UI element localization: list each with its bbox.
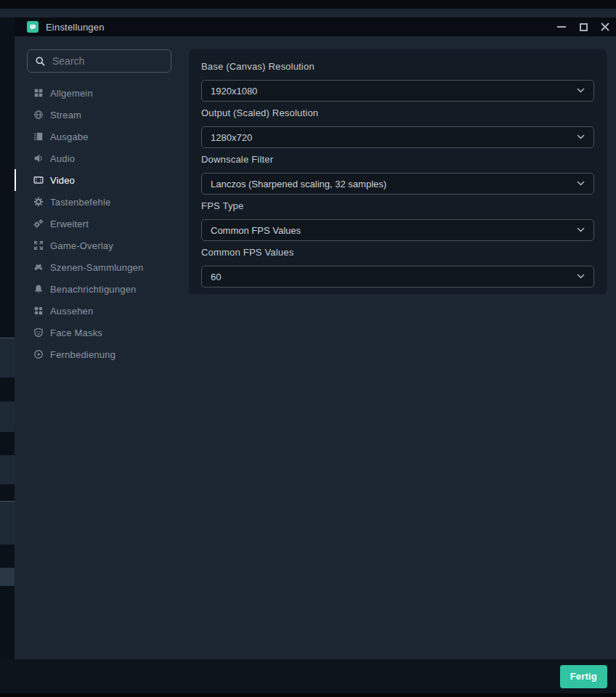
mask-icon (33, 327, 44, 338)
field-output-resolution: Output (Scaled) Resolution 1280x720 (201, 107, 594, 148)
window-controls (551, 17, 616, 36)
sidebar-item-audio[interactable]: Audio (15, 147, 189, 169)
active-item-indicator (15, 169, 16, 191)
select-value: Common FPS Values (211, 225, 577, 236)
film-icon (33, 175, 44, 186)
sidebar-item-face-masks[interactable]: Face Masks (15, 322, 189, 343)
sidebar-item-label: Face Masks (50, 327, 102, 338)
background-list-block (0, 455, 15, 484)
sidebar-item-fernbedienung[interactable]: Fernbedienung (15, 343, 189, 365)
maximize-icon (580, 23, 588, 31)
fps-type-select[interactable]: Common FPS Values (201, 219, 594, 241)
sidebar-item-label: Aussehen (50, 306, 93, 317)
sidebar-item-label: Ausgabe (50, 131, 89, 142)
video-settings-panel: Base (Canvas) Resolution 1920x1080 Outpu… (189, 49, 607, 294)
field-fps-type: FPS Type Common FPS Values (201, 200, 594, 241)
sidebar-item-video[interactable]: Video (15, 169, 189, 191)
speaker-icon (33, 153, 44, 164)
settings-body: Allgemein Stream (15, 36, 616, 659)
background-window-bottom-strip (0, 693, 616, 697)
sidebar-item-stream[interactable]: Stream (15, 104, 189, 126)
sidebar-item-label: Erweitert (50, 219, 89, 229)
sidebar-item-label: Audio (50, 153, 75, 164)
select-value: 1280x720 (211, 132, 577, 143)
remote-play-icon (33, 349, 44, 360)
sidebar-item-aussehen[interactable]: Aussehen (15, 300, 189, 322)
chevron-down-icon (577, 134, 585, 140)
field-base-resolution: Base (Canvas) Resolution 1920x1080 (201, 61, 594, 102)
titlebar: Einstellungen (15, 17, 616, 36)
sidebar: Allgemein Stream (15, 36, 189, 659)
select-value: 60 (211, 272, 577, 282)
appearance-icon (33, 306, 44, 317)
settings-window: Einstellungen (15, 17, 616, 693)
chevron-down-icon (577, 88, 585, 94)
sidebar-item-label: Szenen-Sammlungen (50, 262, 143, 273)
field-common-fps-values: Common FPS Values 60 (201, 247, 594, 288)
minimize-icon (557, 26, 566, 28)
close-button[interactable] (594, 17, 616, 36)
streamlabs-logo-icon (27, 21, 38, 33)
sidebar-item-game-overlay[interactable]: Game-Overlay (15, 235, 189, 256)
minimize-button[interactable] (551, 17, 572, 36)
sidebar-item-benachrichtigungen[interactable]: Benachrichtigungen (15, 278, 189, 300)
background-window-top-strip (0, 0, 616, 9)
search-box (27, 49, 171, 73)
gear-icon (33, 197, 44, 208)
search-input[interactable] (52, 55, 163, 67)
chevron-down-icon (577, 274, 585, 280)
expand-icon (33, 240, 44, 251)
sidebar-item-label: Tastenbefehle (50, 197, 111, 208)
field-downscale-filter: Downscale Filter Lanczos (Sharpened scal… (201, 154, 594, 195)
sidebar-item-erweitert[interactable]: Erweitert (15, 213, 189, 235)
sidebar-item-ausgabe[interactable]: Ausgabe (15, 126, 189, 147)
sidebar-item-label: Allgemein (50, 88, 93, 99)
bell-icon (33, 284, 44, 295)
base-resolution-select[interactable]: 1920x1080 (201, 80, 594, 102)
downscale-filter-select[interactable]: Lanczos (Sharpened scaling, 32 samples) (201, 173, 594, 195)
sidebar-item-label: Stream (50, 110, 81, 121)
select-value: Lanczos (Sharpened scaling, 32 samples) (211, 179, 577, 189)
field-label: Downscale Filter (201, 154, 594, 166)
search-icon (35, 56, 46, 67)
background-window-left-edge (0, 17, 15, 659)
footer-bar: Fertig (0, 659, 616, 693)
background-list-block (0, 402, 15, 432)
maximize-button[interactable] (572, 17, 594, 36)
field-label: Base (Canvas) Resolution (201, 61, 594, 73)
sidebar-item-label: Fernbedienung (50, 349, 115, 360)
done-button[interactable]: Fertig (560, 665, 607, 688)
window-title: Einstellungen (46, 22, 105, 33)
background-list-block (0, 338, 15, 378)
scenes-icon (33, 262, 44, 273)
grid-icon (33, 88, 44, 99)
gears-icon (33, 219, 44, 229)
background-list-block (0, 568, 15, 586)
chevron-down-icon (577, 227, 585, 233)
close-icon (601, 23, 609, 31)
background-list-block (0, 501, 15, 545)
field-label: FPS Type (201, 200, 594, 212)
field-label: Output (Scaled) Resolution (201, 107, 594, 119)
output-resolution-select[interactable]: 1280x720 (201, 126, 594, 148)
sidebar-item-label: Video (50, 175, 75, 186)
chevron-down-icon (577, 181, 585, 187)
common-fps-values-select[interactable]: 60 (201, 266, 594, 288)
sidebar-item-szenen-sammlungen[interactable]: Szenen-Sammlungen (15, 256, 189, 278)
sidebar-item-allgemein[interactable]: Allgemein (15, 82, 189, 104)
background-window-header-strip (0, 9, 616, 17)
output-icon (33, 131, 44, 142)
sidebar-nav: Allgemein Stream (15, 82, 189, 365)
field-label: Common FPS Values (201, 247, 594, 258)
sidebar-item-tastenbefehle[interactable]: Tastenbefehle (15, 191, 189, 213)
sidebar-item-label: Benachrichtigungen (50, 284, 137, 295)
sidebar-item-label: Game-Overlay (50, 240, 113, 251)
desktop-background: Einstellungen (0, 0, 616, 697)
globe-icon (33, 110, 44, 121)
select-value: 1920x1080 (211, 86, 577, 97)
